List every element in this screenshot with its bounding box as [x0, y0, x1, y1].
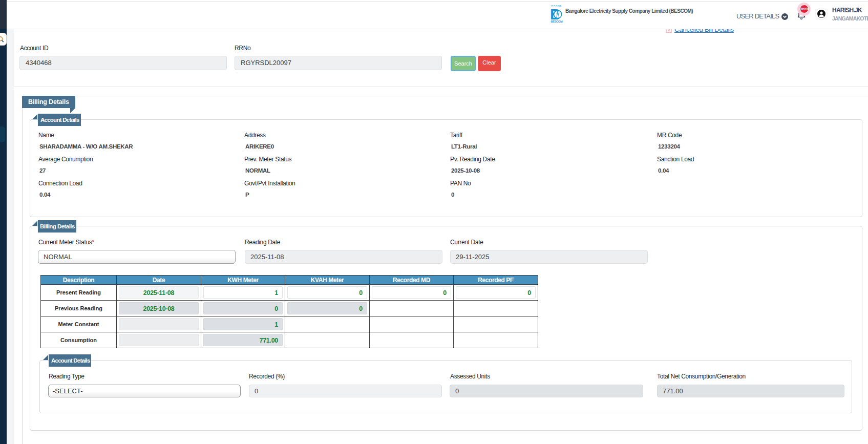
svg-text:BESCOM: BESCOM — [551, 20, 563, 23]
